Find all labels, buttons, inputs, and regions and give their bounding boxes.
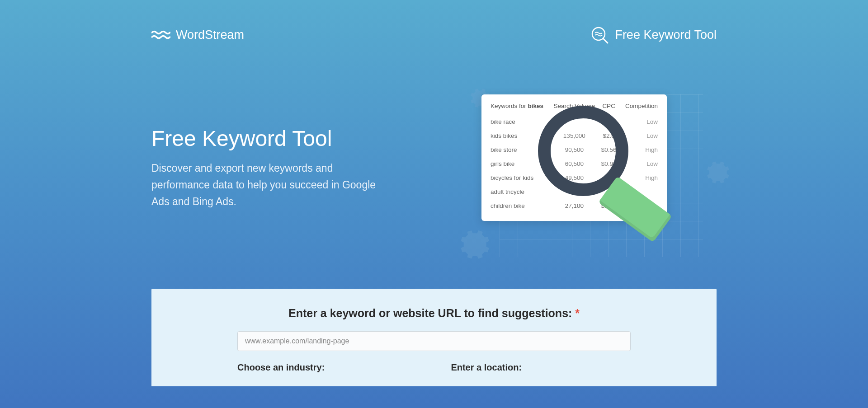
gear-icon [457, 225, 491, 259]
site-header: WordStream Free Keyword Tool [151, 0, 717, 45]
brand-logo[interactable]: WordStream [151, 28, 244, 42]
tool-link[interactable]: Free Keyword Tool [590, 25, 717, 45]
magnifier-icon [538, 106, 628, 196]
wave-icon [151, 30, 170, 40]
page-title: Free Keyword Tool [151, 126, 387, 151]
hero-copy: Free Keyword Tool Discover and export ne… [151, 85, 387, 210]
hero-illustration: Keywords for bikes Search Volume CPC Com… [463, 85, 717, 257]
gear-icon [704, 158, 730, 184]
svg-line-1 [603, 38, 608, 43]
keyword-tool-icon [590, 25, 609, 45]
hero-section: Free Keyword Tool Discover and export ne… [151, 45, 717, 257]
form-prompt: Enter a keyword or website URL to find s… [188, 307, 680, 320]
tool-name: Free Keyword Tool [615, 28, 717, 42]
brand-name: WordStream [176, 28, 244, 42]
search-form: Enter a keyword or website URL to find s… [151, 289, 717, 386]
industry-label: Choose an industry: [237, 362, 426, 373]
page-subtitle: Discover and export new keywords and per… [151, 160, 387, 210]
keyword-url-input[interactable] [237, 331, 631, 351]
location-label: Enter a location: [442, 362, 631, 373]
